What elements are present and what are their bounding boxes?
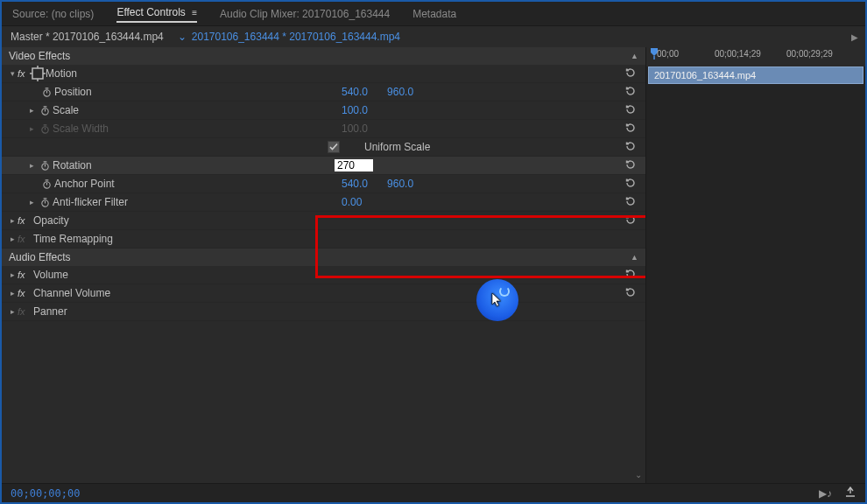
anchor-y-value[interactable]: 960.0 <box>387 178 413 190</box>
clip-name-label: 20170106_163444.mp4 <box>654 70 756 80</box>
effect-controls-list: Video Effects ▲ ▾ fx Motion P <box>2 47 645 483</box>
tab-effect-controls-label: Effect Controls <box>116 6 185 18</box>
panel-tab-bar: Source: (no clips) Effect Controls ≡ Aud… <box>2 2 865 26</box>
scale-label: Scale <box>53 104 79 116</box>
fx-badge-icon: fx <box>18 234 30 244</box>
panel-footer: 00;00;00;00 ▶♪ <box>2 483 865 502</box>
reset-button[interactable] <box>624 268 637 283</box>
timeline-body <box>646 84 865 483</box>
reset-button[interactable] <box>624 85 637 100</box>
chevron-down-icon[interactable]: ⌄ <box>178 31 187 43</box>
audio-effects-header: Audio Effects ▲ <box>2 248 645 266</box>
mini-timeline: 00;00 00;00;14;29 00;00;29;29 20170106_1… <box>645 47 865 483</box>
twisty-closed-icon[interactable]: ▸ <box>7 234 18 243</box>
tab-source[interactable]: Source: (no clips) <box>12 8 94 20</box>
reset-button[interactable] <box>624 140 637 155</box>
stopwatch-icon[interactable] <box>39 88 54 97</box>
effect-panner[interactable]: ▸ fx Panner <box>2 303 645 321</box>
stopwatch-icon[interactable] <box>37 161 53 171</box>
anchor-x-value[interactable]: 540.0 <box>342 178 368 190</box>
reset-button[interactable] <box>624 158 637 173</box>
stopwatch-icon[interactable] <box>37 198 53 207</box>
twisty-closed-icon[interactable]: ▸ <box>26 161 37 170</box>
tab-effect-controls[interactable]: Effect Controls ≡ <box>116 6 197 23</box>
reset-button[interactable] <box>624 103 637 118</box>
time-ruler[interactable]: 00;00 00;00;14;29 00;00;29;29 <box>646 47 865 66</box>
panel-scroll-icon[interactable]: ⌄ <box>635 470 642 480</box>
volume-label: Volume <box>33 269 68 281</box>
prop-uniform-scale: Uniform Scale <box>2 138 645 157</box>
panel-menu-icon[interactable]: ≡ <box>192 8 197 18</box>
timeline-clip[interactable]: 20170106_163444.mp4 <box>648 66 863 84</box>
stopwatch-icon <box>37 124 53 134</box>
uniform-scale-checkbox[interactable] <box>328 141 340 153</box>
video-effects-label: Video Effects <box>9 50 70 62</box>
antiflicker-value[interactable]: 0.00 <box>342 196 362 208</box>
fx-badge-icon: fx <box>18 306 30 317</box>
prop-rotation: ▸ Rotation <box>2 157 645 175</box>
uniform-scale-label: Uniform Scale <box>364 141 430 153</box>
audio-effects-label: Audio Effects <box>9 251 71 263</box>
anchor-point-label: Anchor Point <box>54 178 115 190</box>
annotation-cursor-spot <box>476 279 518 321</box>
play-only-icon[interactable]: ▶♪ <box>819 487 832 500</box>
section-collapse-icon[interactable]: ▲ <box>631 52 638 60</box>
opacity-label: Opacity <box>33 214 69 227</box>
reset-button[interactable] <box>624 195 637 210</box>
twisty-closed-icon[interactable]: ▸ <box>26 106 37 115</box>
sequence-clip-link[interactable]: 20170106_163444 * 20170106_163444.mp4 <box>192 31 400 43</box>
tab-metadata[interactable]: Metadata <box>412 8 456 20</box>
channel-volume-label: Channel Volume <box>33 287 110 299</box>
twisty-open-icon[interactable]: ▾ <box>7 69 18 78</box>
effect-volume[interactable]: ▸ fx Volume <box>2 266 645 284</box>
rotation-input[interactable] <box>335 159 373 172</box>
premiere-effect-controls-panel: Source: (no clips) Effect Controls ≡ Aud… <box>0 0 867 504</box>
twisty-closed-icon: ▸ <box>26 124 37 133</box>
stopwatch-icon[interactable] <box>39 179 54 189</box>
twisty-closed-icon[interactable]: ▸ <box>7 307 18 316</box>
effect-channel-volume[interactable]: ▸ fx Channel Volume <box>2 284 645 303</box>
prop-scale: ▸ Scale 100.0 <box>2 102 645 120</box>
scale-width-label: Scale Width <box>53 122 109 135</box>
antiflicker-label: Anti-flicker Filter <box>53 196 128 208</box>
scale-value[interactable]: 100.0 <box>342 104 368 116</box>
play-icon[interactable]: ▶ <box>851 32 858 42</box>
time-tick: 00;00 <box>657 49 679 59</box>
reset-button[interactable] <box>624 214 637 228</box>
master-clip-label: Master * 20170106_163444.mp4 <box>11 31 164 43</box>
timecode-display[interactable]: 00;00;00;00 <box>11 487 80 500</box>
prop-antiflicker: ▸ Anti-flicker Filter 0.00 <box>2 193 645 212</box>
effect-opacity[interactable]: ▸ fx Opacity <box>2 212 645 230</box>
twisty-closed-icon[interactable]: ▸ <box>7 270 18 279</box>
position-x-value[interactable]: 540.0 <box>342 86 368 98</box>
reset-button[interactable] <box>624 122 637 136</box>
reset-button[interactable] <box>624 177 637 192</box>
rotation-label: Rotation <box>53 159 92 172</box>
twisty-closed-icon[interactable]: ▸ <box>7 216 18 225</box>
tab-audio-clip-mixer[interactable]: Audio Clip Mixer: 20170106_163444 <box>220 8 390 20</box>
effect-motion[interactable]: ▾ fx Motion <box>2 65 645 83</box>
section-collapse-icon[interactable]: ▲ <box>631 253 638 262</box>
clip-breadcrumb: Master * 20170106_163444.mp4 ⌄ 20170106_… <box>2 26 865 47</box>
position-label: Position <box>54 86 92 98</box>
twisty-closed-icon[interactable]: ▸ <box>7 289 18 298</box>
fx-badge-icon: fx <box>18 68 30 79</box>
reset-button[interactable] <box>624 66 637 81</box>
position-y-value[interactable]: 960.0 <box>387 86 413 98</box>
time-tick: 00;00;29;29 <box>786 49 833 59</box>
reset-button[interactable] <box>624 286 637 301</box>
svg-rect-0 <box>32 68 43 79</box>
fx-badge-icon: fx <box>18 270 30 280</box>
transform-icon[interactable] <box>30 66 46 81</box>
export-icon[interactable] <box>844 486 856 500</box>
time-tick: 00;00;14;29 <box>715 49 761 59</box>
twisty-closed-icon[interactable]: ▸ <box>26 198 37 206</box>
effect-time-remapping[interactable]: ▸ fx Time Remapping <box>2 230 645 248</box>
video-effects-header: Video Effects ▲ <box>2 47 645 65</box>
motion-label: Motion <box>46 67 77 80</box>
fx-badge-icon: fx <box>18 288 30 298</box>
stopwatch-icon[interactable] <box>37 106 53 116</box>
time-remapping-label: Time Remapping <box>33 233 113 245</box>
scale-width-value: 100.0 <box>342 122 368 135</box>
prop-anchor-point: Anchor Point 540.0 960.0 <box>2 175 645 193</box>
